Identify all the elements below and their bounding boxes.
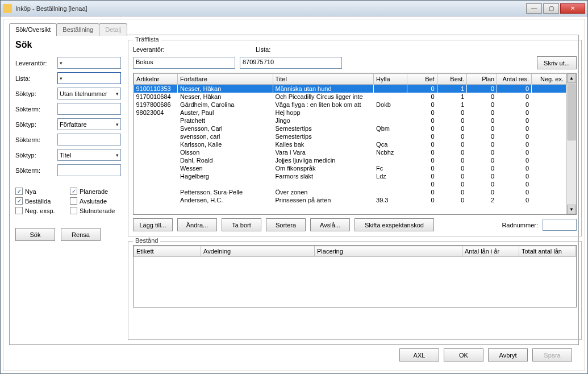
maximize-button[interactable]: ▢ [543, 3, 559, 14]
col-bef[interactable]: Bef [407, 74, 437, 85]
table-row[interactable]: 0000 [134, 180, 566, 188]
table-row[interactable]: Pettersson, Sura-PelleÖver zonen0000 [134, 188, 566, 196]
col-forfattare[interactable]: Författare [178, 74, 273, 85]
trafflista-label-lista: Lista: [256, 46, 278, 53]
app-icon [3, 4, 12, 13]
table-row[interactable]: OlssonVara i VaraNcbhz0000 [134, 148, 566, 156]
trafflista-scrollbar[interactable]: ▲ ▼ [566, 73, 576, 214]
soktyp-select-1[interactable]: Utan titelnummer [57, 88, 121, 99]
ok-button[interactable]: OK [444, 348, 483, 361]
chk-avslutade[interactable]: Avslutade [70, 197, 121, 205]
rownum-label: Radnummer: [502, 222, 538, 228]
table-row[interactable]: 9197800686Gårdheim, CarolinaVåga flyga :… [134, 101, 566, 109]
window-controls: — ▢ ✕ [526, 3, 585, 14]
col-artikelnr[interactable]: Artikelnr [134, 74, 178, 85]
col-titel[interactable]: Titel [273, 74, 374, 85]
table-row[interactable]: svensson, carlSemestertips0000 [134, 132, 566, 140]
col-best[interactable]: Best. [437, 74, 467, 85]
col-placering[interactable]: Placering [315, 246, 462, 257]
col-antalres[interactable]: Antal res. [497, 74, 532, 85]
table-row[interactable]: WessenOm fikonspråkFc0000 [134, 164, 566, 172]
search-heading: Sök [15, 40, 121, 50]
lista-select[interactable] [57, 72, 121, 84]
app-window: Inköp - Beställning [lenaa] — ▢ ✕ Sök/Öv… [0, 0, 588, 374]
table-row[interactable]: PratchettJingo0000 [134, 117, 566, 124]
sokterm-input-2[interactable] [57, 134, 121, 146]
col-antal-lan[interactable]: Antal lån i år [462, 246, 519, 257]
scroll-down-icon[interactable]: ▼ [567, 205, 576, 214]
label-soktyp-2: Söktyp: [15, 121, 54, 128]
remove-button[interactable]: Ta bort [222, 218, 261, 231]
sokterm-input-3[interactable] [57, 164, 121, 176]
table-row[interactable]: Andersen, H.C.Prinsessen på ärten39.3002… [134, 196, 566, 204]
close-button[interactable]: ✕ [560, 3, 585, 14]
col-hylla[interactable]: Hylla [374, 74, 407, 85]
shift-button[interactable]: Skifta exspektanskod [355, 218, 434, 231]
tab-bestallning[interactable]: Beställning [56, 23, 99, 36]
tab-detalj[interactable]: Detalj [99, 23, 127, 36]
table-row[interactable]: Svensson, CarlSemestertipsQbm0000 [134, 124, 566, 132]
client-area: Sök/Översikt Beställning Detalj Sök Leve… [3, 19, 585, 371]
label-sokterm-2: Sökterm: [15, 136, 54, 143]
minimize-button[interactable]: — [526, 3, 542, 14]
trafflista-actions: Lägg till... Ändra... Ta bort Sortera Av… [133, 218, 577, 231]
chk-negexsp[interactable]: Neg. exsp. [15, 207, 66, 214]
rownum-input[interactable] [543, 219, 577, 231]
col-plan[interactable]: Plan [467, 74, 497, 85]
table-row[interactable]: 9170010684Nesser, HåkanOch Piccadilly Ci… [134, 93, 566, 101]
chk-bestallda[interactable]: ✓Beställda [15, 197, 66, 205]
titlebar: Inköp - Beställning [lenaa] — ▢ ✕ [1, 1, 587, 16]
tab-body: Sök Leverantör: Lista: Söktyp: Utan tite… [9, 35, 579, 345]
col-etikett[interactable]: Etikett [134, 246, 201, 257]
print-button[interactable]: Skriv ut... [537, 56, 577, 69]
leverantor-select[interactable] [57, 57, 121, 69]
chk-planerade[interactable]: ✓Planerade [70, 188, 121, 195]
tab-bar: Sök/Översikt Beställning Detalj [9, 23, 579, 36]
trafflista-legend: Träfflista [133, 36, 161, 43]
edit-button[interactable]: Ändra... [177, 218, 217, 231]
col-totalt-lan[interactable]: Totalt antal lån [519, 246, 576, 257]
table-row[interactable]: 98023004Auster, PaulHej hopp0000 [134, 109, 566, 117]
label-lista: Lista: [15, 75, 54, 82]
trafflista-fieldset: Träfflista Leverantör: Lista: Bokus 8709… [128, 40, 582, 236]
bestand-legend: Bestånd [133, 237, 160, 244]
label-sokterm-3: Sökterm: [15, 167, 54, 174]
table-row[interactable]: Karlsson, KalleKalles bakQca0000 [134, 140, 566, 148]
search-button[interactable]: Sök [15, 228, 55, 241]
label-soktyp-1: Söktyp: [15, 90, 54, 97]
col-avdelning[interactable]: Avdelning [201, 246, 315, 257]
add-button[interactable]: Lägg till... [133, 218, 173, 231]
axl-button[interactable]: AXL [399, 348, 439, 361]
chk-nya[interactable]: ✓Nya [15, 188, 66, 195]
reject-button[interactable]: Avslå... [310, 218, 350, 231]
trafflista-leverantor-input[interactable]: Bokus [133, 57, 235, 69]
soktyp-select-2[interactable]: Författare [57, 118, 121, 130]
sort-button[interactable]: Sortera [266, 218, 306, 231]
trafflista-lista-input[interactable]: 870975710 [240, 57, 342, 69]
table-row[interactable]: 9100110353Nesser, HåkanMänniska utan hun… [134, 85, 566, 93]
trafflista-table: Artikelnr Författare Titel Hylla Bef Bes… [133, 73, 577, 215]
save-button[interactable]: Spara [532, 348, 572, 361]
table-row[interactable]: Dahl, RoaldJojjes ljuvliga medicin0000 [134, 156, 566, 164]
cancel-button[interactable]: Avbryt [488, 348, 528, 361]
scroll-up-icon[interactable]: ▲ [567, 73, 576, 83]
col-negex[interactable]: Neg. ex. [532, 74, 566, 85]
window-title: Inköp - Beställning [lenaa] [15, 5, 526, 12]
soktyp-select-3[interactable]: Titel [57, 149, 121, 161]
bottom-bar: AXL OK Avbryt Spara [9, 345, 579, 366]
scroll-thumb[interactable] [568, 84, 576, 140]
sokterm-input-1[interactable] [57, 103, 121, 115]
right-panel: Träfflista Leverantör: Lista: Bokus 8709… [128, 40, 582, 340]
bestand-table: Etikett Avdelning Placering Antal lån i … [133, 245, 577, 307]
chk-slutnoterade[interactable]: Slutnoterade [70, 207, 121, 214]
label-soktyp-3: Söktyp: [15, 152, 54, 159]
label-sokterm-1: Sökterm: [15, 106, 54, 113]
clear-button[interactable]: Rensa [61, 228, 101, 241]
check-group: ✓Nya ✓Planerade ✓Beställda Avslutade Neg… [15, 188, 121, 214]
trafflista-label-leverantor: Leverantör: [133, 46, 173, 53]
bestand-fieldset: Bestånd Etikett Avdelning Placering Anta… [128, 241, 582, 340]
tab-sok-oversikt[interactable]: Sök/Översikt [9, 23, 57, 36]
table-row[interactable]: HagelbergFarmors släktLdz0000 [134, 172, 566, 180]
label-leverantor: Leverantör: [15, 60, 54, 67]
trafflista-header-row: Artikelnr Författare Titel Hylla Bef Bes… [134, 74, 566, 85]
